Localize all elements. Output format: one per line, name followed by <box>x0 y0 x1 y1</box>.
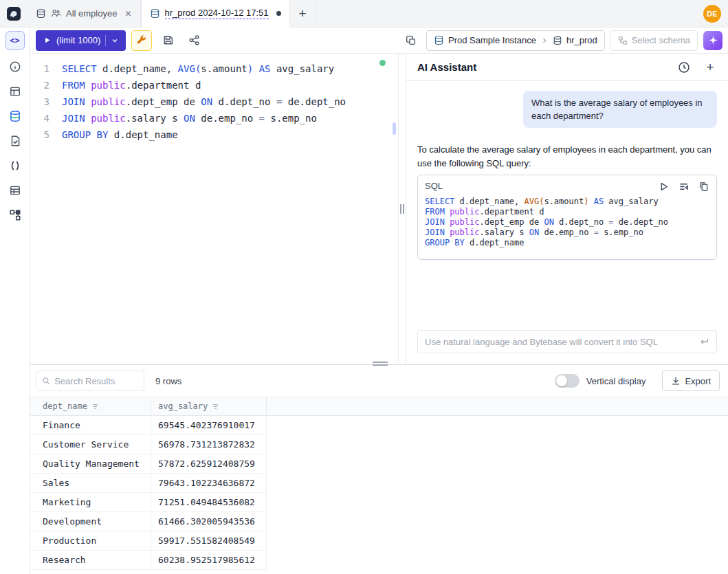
wrench-icon <box>136 35 147 46</box>
sql-card-label: SQL <box>425 179 443 193</box>
run-query-button[interactable]: (limit 1000) <box>36 30 126 51</box>
line-number: 2 <box>30 77 62 93</box>
code-line[interactable]: JOIN public.salary s ON de.emp_no = s.em… <box>425 228 709 238</box>
table-row[interactable]: Development61466.302005943536 <box>30 512 267 531</box>
vertical-display-toggle[interactable] <box>555 374 580 388</box>
table-cell: Marketing <box>36 493 151 511</box>
ai-assistant-panel: AI Assistant + What is the average salar… <box>406 54 728 364</box>
save-button[interactable] <box>157 30 178 51</box>
table-cell: Quality Management <box>36 454 151 473</box>
sql-card-code: SELECT d.dept_name, AVG(s.amount) AS avg… <box>425 197 709 248</box>
workspace: 1SELECT d.dept_name, AVG(s.amount) AS av… <box>30 54 728 364</box>
data-flow-icon[interactable] <box>8 208 22 222</box>
rail-icon-list <box>8 60 22 222</box>
connection-breadcrumb[interactable]: Prod Sample Instance hr_prod <box>426 30 605 51</box>
horizontal-splitter-handle[interactable] <box>373 362 388 366</box>
database-icon <box>553 36 562 45</box>
results-right-controls: Vertical display Export <box>555 371 720 391</box>
toolbar-right: Prod Sample Instance hr_prod Select sche… <box>400 30 723 51</box>
ai-assistant-button[interactable] <box>703 31 723 50</box>
column-header-label: dept_name <box>43 401 87 411</box>
column-header-dept-name[interactable]: dept_name <box>36 397 151 415</box>
app-logo[interactable] <box>0 0 27 27</box>
database-diagram-icon[interactable] <box>8 109 22 123</box>
result-table-icon[interactable] <box>8 184 22 197</box>
new-tab-button[interactable]: + <box>290 0 316 27</box>
user-avatar[interactable]: DE <box>703 5 721 23</box>
table-row[interactable]: Marketing71251.049484536082 <box>30 493 267 512</box>
editor-scrollbar-thumb[interactable] <box>393 122 396 135</box>
code-line[interactable]: SELECT d.dept_name, AVG(s.amount) AS avg… <box>425 197 709 207</box>
layout-toggle-button[interactable] <box>400 30 421 51</box>
table-row[interactable]: Quality Management57872.625912408759 <box>30 454 267 474</box>
code-line[interactable]: 3JOIN public.dept_emp de ON d.dept_no = … <box>30 93 398 110</box>
app-body: <> (limit 1000) <box>0 27 728 574</box>
sql-editor-code-button[interactable]: <> <box>5 31 25 50</box>
copy-sql-icon[interactable] <box>698 181 709 192</box>
code-line[interactable]: FROM public.department d <box>425 207 709 217</box>
sql-card-header: SQL <box>425 179 709 193</box>
unsaved-indicator-dot <box>276 11 281 16</box>
sort-icon[interactable] <box>91 403 99 410</box>
new-chat-plus-icon[interactable]: + <box>703 60 717 74</box>
schema-selector[interactable]: Select schema <box>610 30 698 51</box>
table-cell: 69545.402376910017 <box>151 416 267 434</box>
code-line[interactable]: 1SELECT d.dept_name, AVG(s.amount) AS av… <box>30 60 398 77</box>
tab-hr-prod[interactable]: hr_prod 2024-10-12 17:51 <box>141 0 290 27</box>
insert-into-editor-icon[interactable] <box>678 181 690 192</box>
table-cell: Customer Service <box>36 435 151 454</box>
tab-all-employee[interactable]: All employee ✕ <box>27 0 141 27</box>
sheet-check-icon[interactable] <box>8 134 22 148</box>
ai-panel-title: AI Assistant <box>417 61 476 73</box>
table-row[interactable]: Research60238.952517985612 <box>30 551 267 570</box>
code-line[interactable]: 2FROM public.department d <box>30 77 398 93</box>
tab-label: All employee <box>66 8 117 19</box>
table-cell: Sales <box>36 474 151 492</box>
results-panel: 9 rows Vertical display Export dept_name <box>30 364 728 574</box>
table-row[interactable]: Finance69545.402376910017 <box>30 416 267 435</box>
sort-icon[interactable] <box>212 403 219 410</box>
column-header-avg-salary[interactable]: avg_salary <box>151 397 267 415</box>
table-row[interactable]: Customer Service56978.731213872832 <box>30 435 267 454</box>
assistant-reply: To calculate the average salary of emplo… <box>417 143 717 260</box>
column-header-label: avg_salary <box>158 401 208 411</box>
share-icon <box>188 34 200 46</box>
table-cell: Production <box>36 531 151 550</box>
postgres-icon <box>434 35 444 45</box>
code-line[interactable]: GROUP BY d.dept_name <box>425 238 709 248</box>
ai-chat-area: What is the average salary of employees … <box>406 81 728 322</box>
info-icon[interactable] <box>8 60 22 74</box>
content-area: (limit 1000) <box>30 27 728 574</box>
ai-input[interactable] <box>425 337 693 347</box>
code-line[interactable]: 4JOIN public.salary s ON de.emp_no = s.e… <box>30 110 398 126</box>
brackets-icon[interactable] <box>8 159 22 173</box>
table-schema-icon[interactable] <box>8 85 22 98</box>
group-icon <box>51 8 61 19</box>
tab-label: hr_prod 2024-10-12 17:51 <box>165 8 269 19</box>
table-row[interactable]: Production59917.551582408549 <box>30 531 267 551</box>
chevron-down-icon[interactable] <box>111 36 119 45</box>
sparkle-icon <box>708 35 718 45</box>
search-results-box[interactable] <box>36 371 144 391</box>
share-button[interactable] <box>184 30 204 51</box>
ai-input-box[interactable] <box>417 330 717 353</box>
close-tab-icon[interactable]: ✕ <box>124 9 131 19</box>
line-number: 4 <box>30 110 62 126</box>
results-controls: 9 rows Vertical display Export <box>30 365 728 397</box>
vertical-splitter[interactable] <box>398 54 406 364</box>
search-results-input[interactable] <box>54 376 138 386</box>
sql-editor[interactable]: 1SELECT d.dept_name, AVG(s.amount) AS av… <box>30 54 398 364</box>
tab-bar: All employee ✕ hr_prod 2024-10-12 17:51 … <box>0 0 728 27</box>
schema-placeholder: Select schema <box>632 35 690 45</box>
instance-name: Prod Sample Instance <box>448 35 536 45</box>
run-sql-icon[interactable] <box>658 181 670 192</box>
sql-editor-app: All employee ✕ hr_prod 2024-10-12 17:51 … <box>0 0 728 574</box>
save-icon <box>162 34 174 46</box>
code-line[interactable]: JOIN public.dept_emp de ON d.dept_no = d… <box>425 217 709 228</box>
code-line[interactable]: 5GROUP BY d.dept_name <box>30 126 398 143</box>
play-icon <box>43 36 52 45</box>
table-row[interactable]: Sales79643.102234636872 <box>30 474 267 493</box>
history-clock-icon[interactable] <box>677 60 691 74</box>
export-button[interactable]: Export <box>662 371 720 391</box>
admin-wrench-button[interactable] <box>131 30 152 51</box>
